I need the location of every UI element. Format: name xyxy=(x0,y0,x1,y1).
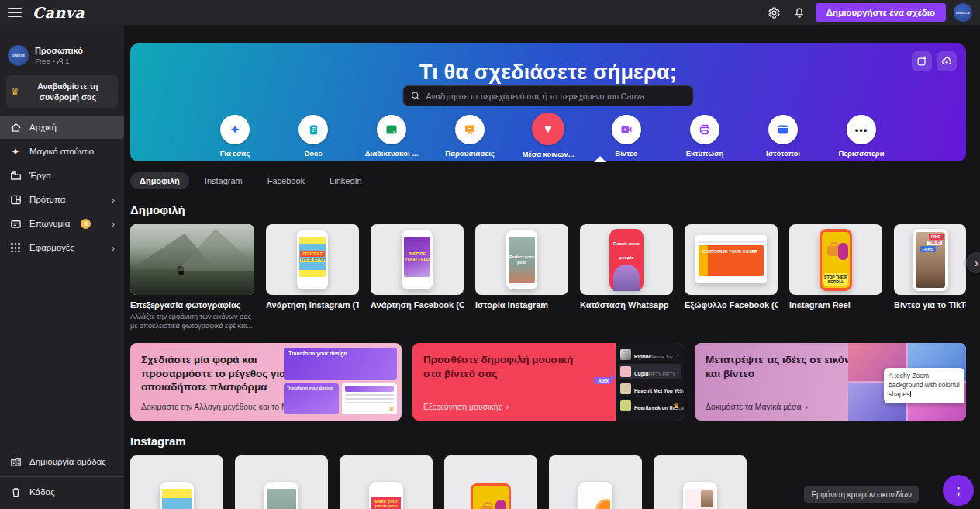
sidebar-item-templates[interactable]: Πρότυπα › xyxy=(0,188,124,211)
promo-banners: Σχεδιάστε μία φορά και προσαρμόστε το μέ… xyxy=(130,343,966,421)
tab-facebook[interactable]: Facebook xyxy=(258,172,314,189)
card-instagram-post[interactable]: PERFECTYOUR POST Ανάρτηση Instagram (Τετ… xyxy=(266,224,359,331)
popular-cards-row: Επεξεργασία φωτογραφίας Αλλάξτε την εμφά… xyxy=(130,224,980,331)
hero-banner: Τι θα σχεδιάσετε σήμερα; ✦ Για εσάς Docs… xyxy=(130,43,966,161)
category-for-you[interactable]: ✦ Για εσάς xyxy=(210,115,260,158)
scroll-right-button[interactable]: › xyxy=(966,252,980,273)
sidebar-nav: Αρχική ✦ Μαγικό στούντιο Έργα Πρότυπα › … xyxy=(0,116,124,259)
instagram-template-card[interactable] xyxy=(444,455,537,509)
category-presentations[interactable]: Παρουσιάσεις xyxy=(445,115,495,158)
card-art: Perfect your post xyxy=(475,224,568,295)
browser-icon xyxy=(777,123,789,136)
category-websites[interactable]: Ιστότοποι xyxy=(758,115,808,158)
instagram-template-card[interactable]: Perfect your post xyxy=(235,455,328,509)
settings-gear-icon[interactable] xyxy=(766,4,783,21)
album-art xyxy=(620,383,631,394)
category-docs[interactable]: Docs xyxy=(288,115,338,158)
sidebar-item-apps[interactable]: Εφαρμογές › xyxy=(0,236,124,259)
sidebar-item-trash[interactable]: Κάδος xyxy=(0,480,124,504)
sidebar-item-magic-studio[interactable]: ✦ Μαγικό στούντιο xyxy=(0,140,124,163)
sidebar-item-brand[interactable]: Επωνυμία ♛ › xyxy=(0,212,124,235)
sidebar: GREECE Προσωπικό Free•1 ♛ Αναβαθμίστε τη… xyxy=(0,25,124,509)
search-input[interactable] xyxy=(426,92,686,101)
tab-instagram[interactable]: Instagram xyxy=(195,172,252,189)
banner-link[interactable]: Δοκιμάστε τα Μαγικά μέσα› xyxy=(706,402,808,411)
upgrade-button[interactable]: ♛ Αναβαθμίστε τη συνδρομή σας xyxy=(6,75,118,108)
premium-crown-icon: ♛ xyxy=(673,403,679,410)
hero-title: Τι θα σχεδιάσετε σήμερα; xyxy=(130,43,966,85)
filter-tabs: Δημοφιλή Instagram Facebook LinkedIn xyxy=(130,172,980,189)
hero-actions xyxy=(912,51,957,71)
category-print[interactable]: Εκτύπωση xyxy=(680,115,730,158)
sidebar-item-projects[interactable]: Έργα xyxy=(0,164,124,187)
instagram-template-card[interactable]: PERFECTYOUR POST xyxy=(130,455,223,509)
card-art: STOP THEIR SCROLL xyxy=(789,224,882,295)
card-art: INSPIRE YOUR FEED xyxy=(371,224,464,295)
chevron-right-icon: › xyxy=(506,402,509,411)
music-track[interactable]: Haven't Met You YetMichael Bublé ▾ xyxy=(619,381,681,396)
profile-avatar: GREECE xyxy=(8,45,29,66)
instagram-template-card[interactable]: Make your posts pop xyxy=(340,455,433,509)
premium-crown-icon: ♛ xyxy=(81,219,91,229)
create-design-button[interactable]: Δημιουργήστε ένα σχέδιο xyxy=(816,3,946,22)
topbar: Canva Δημιουργήστε ένα σχέδιο GREECE xyxy=(0,0,980,25)
profile-switcher[interactable]: GREECE Προσωπικό Free•1 xyxy=(0,45,124,66)
card-tiktok-video[interactable]: FIND YOUR FANS Βίντεο για το TikTok xyxy=(894,224,966,331)
music-track[interactable]: RiptideVance Joy ▾ xyxy=(619,347,681,362)
upload-icon[interactable] xyxy=(937,51,957,71)
card-whatsapp-status[interactable]: Reach more people Κατάσταση Whatsapp xyxy=(580,224,673,331)
banner-music[interactable]: Προσθέστε δημοφιλή μουσική στα βίντεό σα… xyxy=(412,343,684,421)
help-button[interactable]: ; xyxy=(943,475,974,506)
notifications-bell-icon[interactable] xyxy=(791,4,808,21)
banner-link[interactable]: Εξερεύνηση μουσικής› xyxy=(423,402,509,411)
card-facebook-post[interactable]: INSPIRE YOUR FEED Ανάρτηση Facebook (Ορι… xyxy=(371,224,464,331)
card-facebook-cover[interactable]: CUSTOMISE YOUR COVER Εξώφυλλο Facebook (… xyxy=(685,224,778,331)
printer-icon xyxy=(699,123,711,136)
chevron-right-icon: › xyxy=(112,218,115,230)
category-whiteboards[interactable]: Διαδικτυακοί ... xyxy=(367,115,416,158)
instagram-template-card[interactable]: Perfect your post xyxy=(654,455,747,509)
divider xyxy=(0,476,124,477)
card-instagram-reel[interactable]: STOP THEIR SCROLL Instagram Reel xyxy=(789,224,882,331)
heart-icon: ♥ xyxy=(544,123,552,135)
music-track[interactable]: Heartbreak on th...Dan + Shay ♛ xyxy=(619,398,681,414)
banner-art: Transform your design Transform your des… xyxy=(284,348,397,416)
chevron-down-icon[interactable]: ▾ xyxy=(677,386,679,392)
team-icon xyxy=(9,455,22,468)
avatar[interactable]: GREECE xyxy=(954,3,972,22)
search-bar[interactable] xyxy=(403,85,694,106)
canva-app: Canva Δημιουργήστε ένα σχέδιο GREECE GRE… xyxy=(0,0,980,509)
prompt-tooltip: A techy Zoom background with colorful sh… xyxy=(884,368,964,403)
tab-popular[interactable]: Δημοφιλή xyxy=(130,172,189,189)
category-more[interactable]: ••• Περισσότερα xyxy=(837,115,886,158)
banner-magic-switch[interactable]: Σχεδιάστε μία φορά και προσαρμόστε το μέ… xyxy=(130,343,402,421)
search-icon xyxy=(411,91,421,101)
banner-magic-media[interactable]: Μετατρέψτε τις ιδέες σε εικόνες και βίντ… xyxy=(695,343,966,421)
category-videos[interactable]: Βίντεο xyxy=(602,115,651,158)
card-instagram-story[interactable]: Perfect your post Ιστορία Instagram xyxy=(475,224,568,331)
trash-icon xyxy=(9,486,22,498)
sidebar-item-home[interactable]: Αρχική xyxy=(0,116,124,139)
card-art: PERFECTYOUR POST xyxy=(266,224,359,295)
chevron-down-icon[interactable]: ▾ xyxy=(677,352,679,358)
sidebar-item-create-team[interactable]: Δημιουργία ομάδας xyxy=(0,450,124,473)
member-icon xyxy=(57,58,63,64)
music-track[interactable]: CupidFIFTY FIFTY ▾ xyxy=(619,364,681,379)
category-social-media[interactable]: ♥ Μέσα κοινων... xyxy=(523,115,573,158)
card-art: CUSTOMISE YOUR COVER xyxy=(685,224,778,295)
ellipsis-icon: ••• xyxy=(855,124,868,136)
profile-name: Προσωπικό xyxy=(35,46,83,55)
new-design-icon[interactable] xyxy=(912,51,932,71)
album-art xyxy=(620,366,631,377)
card-photo-editor[interactable]: Επεξεργασία φωτογραφίας Αλλάξτε την εμφά… xyxy=(130,224,254,331)
chevron-down-icon[interactable]: ▾ xyxy=(677,369,679,375)
tab-linkedin[interactable]: LinkedIn xyxy=(320,172,371,189)
instagram-template-card[interactable] xyxy=(549,455,642,509)
canva-logo[interactable]: Canva xyxy=(33,4,85,21)
templates-icon xyxy=(9,193,22,206)
music-list: RiptideVance Joy ▾ CupidFIFTY FIFTY ▾ Ha… xyxy=(616,343,684,421)
apps-grid-icon xyxy=(9,241,22,254)
menu-icon[interactable] xyxy=(8,8,22,17)
premium-crown-icon: ♛ xyxy=(388,405,395,413)
album-art xyxy=(620,349,631,360)
